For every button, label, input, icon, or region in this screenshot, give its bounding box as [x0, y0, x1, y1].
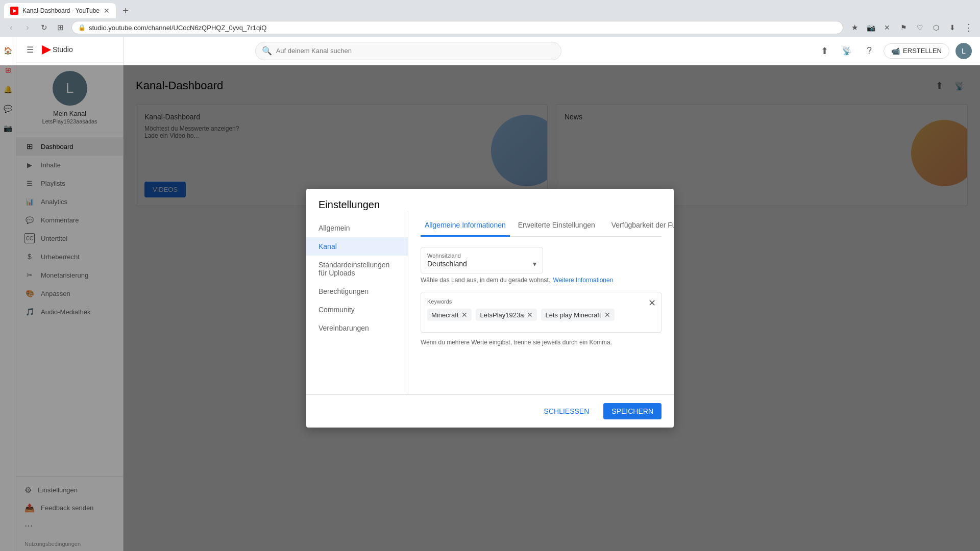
modal-sidebar-item-berechtigungen[interactable]: Berechtigungen	[306, 282, 408, 300]
lock-icon: 🔒	[78, 24, 86, 31]
topbar-search-container: 🔍	[255, 42, 561, 60]
keywords-hint: Wenn du mehrere Werte eingibst, trenne s…	[421, 339, 662, 346]
modal-sidebar: Allgemein Kanal Standardeinstellungen fü…	[306, 211, 408, 394]
modal-body: Allgemein Kanal Standardeinstellungen fü…	[306, 211, 674, 394]
keyword-letsplay-close-icon[interactable]: ✕	[527, 311, 533, 319]
create-video-icon: 📹	[891, 47, 900, 55]
browser-toolbar: ‹ › ↻ ⊞ 🔒 studio.youtube.com/channel/UCo…	[0, 18, 980, 37]
country-field: Wohnsitzland Deutschland ▾ Wähle das Lan…	[421, 247, 662, 284]
studio-text: Studio	[53, 45, 73, 54]
yt-studio-logo: ▶ Studio	[42, 43, 73, 56]
keyword-tag-letsplay-mc: Lets play Minecraft ✕	[541, 309, 614, 321]
modal-save-button[interactable]: SPEICHERN	[603, 403, 662, 419]
tab-title: Kanal-Dashboard - YouTube	[22, 7, 100, 14]
camera-icon[interactable]: 📷	[864, 20, 878, 35]
modal-title: Einstellungen	[318, 199, 662, 211]
tab-close-icon[interactable]: ✕	[104, 7, 110, 15]
download-icon[interactable]: ⬇	[945, 20, 960, 35]
browser-tabs-bar: ▶ Kanal-Dashboard - YouTube ✕ +	[0, 0, 980, 18]
modal-sidebar-item-community[interactable]: Community	[306, 300, 408, 319]
keyword-tag-letsplay: LetsPlay1923a ✕	[476, 309, 537, 321]
help-icon-btn[interactable]: ?	[861, 43, 877, 59]
keyword-tag-minecraft: Minecraft ✕	[427, 309, 472, 321]
keyword-minecraft-close-icon[interactable]: ✕	[461, 311, 468, 319]
create-button[interactable]: 📹 ERSTELLEN	[884, 43, 949, 59]
bookmark-icon[interactable]: ★	[847, 20, 862, 35]
app-container: 🏠 ⊞ 🔔 💬 📷 ☰ ▶ Studio L Mein Kanal LetsPl…	[0, 37, 980, 551]
search-input[interactable]	[276, 47, 555, 55]
country-hint-link[interactable]: Weitere Informationen	[553, 277, 614, 284]
keyword-letsplay-mc-close-icon[interactable]: ✕	[604, 311, 610, 319]
user-avatar-btn[interactable]: L	[955, 43, 972, 59]
home-button[interactable]: ⊞	[53, 20, 67, 35]
tab-favicon: ▶	[10, 7, 18, 15]
topbar: 🔍 ⬆ 📡 ? 📹 ERSTELLEN L	[124, 37, 980, 65]
extensions-icon[interactable]: ⬡	[929, 20, 943, 35]
modal-main-content: Allgemeine Informationen Erweiterte Eins…	[408, 211, 674, 394]
live-icon-btn[interactable]: 📡	[839, 43, 855, 59]
settings-modal: Einstellungen Allgemein Kanal Standardei…	[306, 189, 674, 428]
country-label: Wohnsitzland	[427, 253, 536, 259]
hamburger-button[interactable]: ☰	[22, 42, 38, 57]
tab-verfuegbarkeit[interactable]: Verfügbarkeit der Funktionen	[603, 215, 674, 237]
keywords-field: Keywords Minecraft ✕ LetsPlay1923a ✕	[421, 292, 662, 333]
address-bar[interactable]: 🔒 studio.youtube.com/channel/UCocN6zQPHQ…	[71, 21, 843, 34]
country-value: Deutschland	[427, 260, 467, 268]
address-text: studio.youtube.com/channel/UCocN6zQPHQZ_…	[89, 24, 266, 32]
modal-close-button[interactable]: SCHLIESSEN	[536, 403, 598, 419]
yt-icon-home[interactable]: 🏠	[0, 42, 16, 59]
heart-icon[interactable]: ♡	[913, 20, 927, 35]
tab-allgemeine-info[interactable]: Allgemeine Informationen	[421, 215, 510, 237]
forward-button[interactable]: ›	[20, 20, 35, 35]
upload-icon-btn[interactable]: ⬆	[816, 43, 832, 59]
x-icon[interactable]: ✕	[880, 20, 894, 35]
keywords-clear-icon[interactable]: ✕	[648, 297, 656, 309]
dropdown-chevron-icon: ▾	[533, 260, 536, 268]
yt-logo-icon: ▶	[42, 43, 51, 56]
modal-sidebar-item-vereinbarungen[interactable]: Vereinbarungen	[306, 319, 408, 337]
country-value-row: Deutschland ▾	[427, 260, 536, 268]
search-icon: 🔍	[262, 46, 272, 56]
browser-chrome: ▶ Kanal-Dashboard - YouTube ✕ + ‹ › ↻ ⊞ …	[0, 0, 980, 37]
create-btn-label: ERSTELLEN	[903, 47, 942, 55]
modal-sidebar-item-kanal[interactable]: Kanal	[306, 237, 408, 256]
modal-sidebar-item-allgemein[interactable]: Allgemein	[306, 219, 408, 237]
tab-erweiterte[interactable]: Erweiterte Einstellungen	[510, 215, 603, 237]
topbar-right: ⬆ 📡 ? 📹 ERSTELLEN L	[816, 43, 972, 59]
reload-button[interactable]: ↻	[37, 20, 51, 35]
country-hint-text: Wähle das Land aus, in dem du gerade woh…	[421, 277, 662, 284]
modal-tabs: Allgemeine Informationen Erweiterte Eins…	[421, 211, 662, 237]
menu-icon[interactable]: ⋮	[962, 20, 976, 35]
keywords-tags-container: Minecraft ✕ LetsPlay1923a ✕ Lets play Mi…	[427, 309, 655, 321]
sidebar-header: ☰ ▶ Studio	[16, 37, 123, 63]
new-tab-button[interactable]: +	[118, 3, 133, 18]
active-browser-tab[interactable]: ▶ Kanal-Dashboard - YouTube ✕	[4, 3, 116, 18]
modal-footer: SCHLIESSEN SPEICHERN	[306, 394, 674, 428]
back-button[interactable]: ‹	[4, 20, 18, 35]
modal-sidebar-item-uploads[interactable]: Standardeinstellungen für Uploads	[306, 256, 408, 282]
modal-header: Einstellungen	[306, 189, 674, 211]
country-select-box[interactable]: Wohnsitzland Deutschland ▾	[421, 247, 543, 273]
modal-overlay: Einstellungen Allgemein Kanal Standardei…	[0, 65, 980, 551]
flag-icon[interactable]: ⚑	[896, 20, 911, 35]
keywords-label: Keywords	[427, 298, 655, 305]
